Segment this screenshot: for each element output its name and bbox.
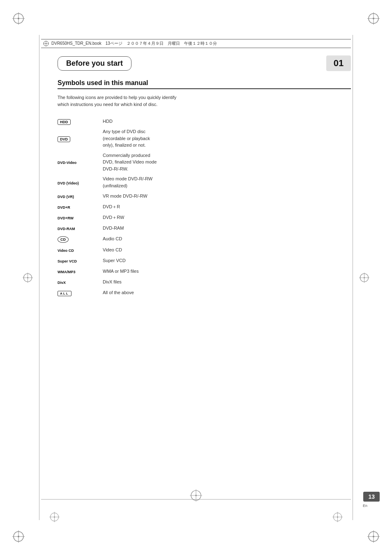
corner-mark-tl xyxy=(12,12,37,37)
bottom-right-inner-crosshair xyxy=(332,512,343,522)
svg-point-31 xyxy=(195,495,197,496)
subsection-title: Symbols used in this manual xyxy=(58,79,351,89)
page-lang: En xyxy=(363,504,367,508)
intro-text: The following icons are provided to help… xyxy=(58,94,181,108)
vline-right xyxy=(353,35,353,520)
symbol-badge-cell: DivX xyxy=(58,276,103,287)
symbol-row: DVD+RDVD＋R xyxy=(58,201,351,212)
symbol-row: WMA/MP3WMA or MP3 files xyxy=(58,266,351,276)
symbol-badge-cell: Super VCD xyxy=(58,255,103,266)
symbol-badge: DivX xyxy=(58,281,66,285)
bottom-center-crosshair xyxy=(190,489,202,502)
symbol-row: DVD (Video)Video mode DVD-R/-RW(unfinali… xyxy=(58,174,351,191)
svg-point-23 xyxy=(364,277,365,278)
symbol-badge: DVD-Video xyxy=(58,161,76,165)
symbol-badge-cell: DVD+RW xyxy=(58,212,103,223)
symbol-badge-cell: CD xyxy=(58,233,103,244)
svg-point-15 xyxy=(373,536,374,537)
svg-point-11 xyxy=(18,536,19,537)
symbol-row: ALLAll of the above xyxy=(58,287,351,298)
symbol-row: CDAudio CD xyxy=(58,233,351,244)
symbol-description: Video mode DVD-R/-RW(unfinalized) xyxy=(103,174,351,191)
symbol-badge-cell: ALL xyxy=(58,287,103,298)
symbol-badge-cell: DVD xyxy=(58,127,103,150)
metadata-bar: DVR650HS_TDR_EN.book 13ページ ２００７年４月９日 月曜日… xyxy=(41,39,351,48)
symbol-badge: HDD xyxy=(58,119,71,125)
corner-mark-br xyxy=(355,518,380,543)
symbol-badge-cell: HDD xyxy=(58,116,103,127)
symbol-badge: Super VCD xyxy=(58,259,77,263)
symbol-description: DVD＋RW xyxy=(103,212,351,223)
symbol-badge: DVD (Video) xyxy=(58,181,79,185)
symbol-description: DVD＋R xyxy=(103,201,351,212)
svg-point-35 xyxy=(54,516,55,518)
symbol-badge: Video CD xyxy=(58,249,74,253)
main-content: Before you start 01 Symbols used in this… xyxy=(58,55,351,493)
symbol-description: Audio CD xyxy=(103,233,351,244)
vline-left xyxy=(39,35,39,520)
section-number: 01 xyxy=(326,55,351,71)
symbol-row: DVD (VR)VR mode DVD-R/-RW xyxy=(58,191,351,201)
svg-point-27 xyxy=(46,43,46,44)
symbol-badge: DVD xyxy=(58,136,70,142)
symbol-badge-cell: DVD (Video) xyxy=(58,174,103,191)
symbol-badge: DVD+RW xyxy=(58,216,74,220)
corner-mark-tr xyxy=(355,12,380,37)
symbol-description: WMA or MP3 files xyxy=(103,266,351,276)
corner-mark-bl xyxy=(12,518,37,543)
svg-point-39 xyxy=(337,516,338,518)
mid-right-crosshair xyxy=(359,272,369,283)
symbol-row: DivXDivX files xyxy=(58,276,351,287)
symbol-badge-cell: Video CD xyxy=(58,244,103,255)
section-title: Before you start xyxy=(58,56,131,71)
symbol-description: Super VCD xyxy=(103,255,351,266)
symbol-badge-cell: DVD+R xyxy=(58,201,103,212)
symbol-description: Video CD xyxy=(103,244,351,255)
bottom-left-inner-crosshair xyxy=(49,512,60,522)
symbol-description: DivX files xyxy=(103,276,351,287)
symbol-badge: DVD+R xyxy=(58,205,70,210)
symbol-description: HDD xyxy=(103,116,351,127)
symbol-description: All of the above xyxy=(103,287,351,298)
symbol-badge: WMA/MP3 xyxy=(58,270,76,274)
section-header: Before you start 01 xyxy=(58,55,351,71)
symbol-description: VR mode DVD-R/-RW xyxy=(103,191,351,201)
mid-left-crosshair xyxy=(23,272,33,283)
symbol-badge: DVD-RAM xyxy=(58,227,75,231)
svg-point-19 xyxy=(27,277,28,278)
symbol-row: DVDAny type of DVD disc(recordable or pl… xyxy=(58,127,351,150)
symbol-badge-cell: WMA/MP3 xyxy=(58,266,103,276)
page-number: 13 xyxy=(363,492,380,502)
symbol-badge: CD xyxy=(58,236,69,243)
symbol-badge: DVD (VR) xyxy=(58,195,74,199)
symbol-description: Any type of DVD disc(recordable or playb… xyxy=(103,127,351,150)
symbol-row: DVD-RAMDVD-RAM xyxy=(58,223,351,233)
symbol-row: Super VCDSuper VCD xyxy=(58,255,351,266)
svg-point-3 xyxy=(18,18,19,19)
symbol-description: Commercially producedDVD, finalized Vide… xyxy=(103,150,351,174)
symbol-row: Video CDVideo CD xyxy=(58,244,351,255)
symbol-badge: ALL xyxy=(58,291,71,296)
svg-point-7 xyxy=(373,18,374,19)
symbol-badge-cell: DVD-Video xyxy=(58,150,103,174)
symbols-table: HDDHDDDVDAny type of DVD disc(recordable… xyxy=(58,116,351,298)
symbol-description: DVD-RAM xyxy=(103,223,351,233)
metadata-text: DVR650HS_TDR_EN.book 13ページ ２００７年４月９日 月曜日… xyxy=(51,41,217,46)
symbol-badge-cell: DVD-RAM xyxy=(58,223,103,233)
symbol-row: DVD-VideoCommercially producedDVD, final… xyxy=(58,150,351,174)
symbol-badge-cell: DVD (VR) xyxy=(58,191,103,201)
symbol-row: DVD+RWDVD＋RW xyxy=(58,212,351,223)
symbol-row: HDDHDD xyxy=(58,116,351,127)
